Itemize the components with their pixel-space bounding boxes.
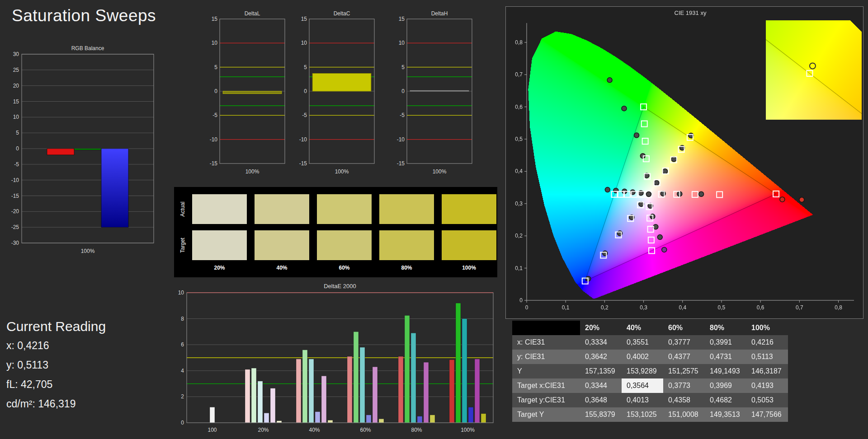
target-swatch-20% <box>192 230 247 260</box>
table-cell[interactable]: 147,7566 <box>746 407 788 422</box>
svg-text:8: 8 <box>181 316 184 322</box>
svg-text:-5: -5 <box>400 112 405 118</box>
svg-text:15: 15 <box>13 98 19 105</box>
table-cell[interactable]: 0,5053 <box>746 393 788 407</box>
bar-white-100 <box>210 407 215 423</box>
bar-red-40% <box>296 359 301 423</box>
table-cell[interactable]: 0,5113 <box>746 350 788 364</box>
cie-1931-diagram: CIE 1931 xy00,10,20,30,40,50,60,70,800,1… <box>505 6 863 319</box>
table-cell[interactable]: 0,3969 <box>705 378 746 393</box>
bar-blue-40% <box>315 412 320 423</box>
chart-title: DeltaC <box>334 10 350 17</box>
swatch-col-label: 60% <box>317 265 372 271</box>
svg-text:0,7: 0,7 <box>515 71 523 78</box>
current-reading: Current Reading x: 0,4216 y: 0,5113 fL: … <box>6 319 106 417</box>
bar-blue-20% <box>264 413 269 423</box>
bar-green-100% <box>456 303 461 423</box>
actual-swatch-60% <box>317 194 372 224</box>
svg-text:100: 100 <box>208 427 217 433</box>
table-cell[interactable]: 0,4377 <box>663 350 705 364</box>
bar-green-40% <box>302 350 307 423</box>
table-cell[interactable]: 0,4682 <box>705 393 746 407</box>
table-cell[interactable]: 0,3564 <box>622 378 663 393</box>
table-cell[interactable]: 0,3773 <box>663 378 705 393</box>
table-cell[interactable]: 0,3551 <box>622 335 663 350</box>
bar <box>312 74 371 91</box>
cie-values-table: 20%40%60%80%100%x: CIE310,33340,35510,37… <box>512 321 788 422</box>
bar-magenta-60% <box>373 367 377 423</box>
svg-text:2: 2 <box>181 393 184 400</box>
svg-text:0,5: 0,5 <box>515 136 523 142</box>
table-cell[interactable]: 157,1359 <box>580 364 622 378</box>
svg-text:60%: 60% <box>360 427 371 433</box>
svg-text:0: 0 <box>16 145 19 152</box>
table-cell[interactable]: 151,0008 <box>663 407 705 422</box>
svg-text:-15: -15 <box>11 193 19 199</box>
bar-cyan-20% <box>258 381 263 423</box>
bar-blue-80% <box>417 416 422 423</box>
svg-text:-15: -15 <box>397 160 405 167</box>
table-cell[interactable]: 146,3187 <box>746 364 788 378</box>
row-label: Y <box>512 364 580 378</box>
table-cell[interactable]: 0,4216 <box>746 335 788 350</box>
bar-blue <box>101 149 128 227</box>
svg-text:4: 4 <box>181 368 184 374</box>
actual-swatch-80% <box>379 194 434 224</box>
table-cell[interactable]: 153,1025 <box>622 407 663 422</box>
target-swatch-40% <box>255 230 309 260</box>
swatch-col-label: 40% <box>255 265 309 271</box>
table-corner-cell <box>512 321 580 335</box>
svg-text:-15: -15 <box>210 160 218 167</box>
table-cell[interactable]: 0,3991 <box>705 335 746 350</box>
table-cell[interactable]: 0,4358 <box>663 393 705 407</box>
swatch-col-label: 20% <box>192 265 247 271</box>
table-row: Target Y155,8379153,1025151,0008149,3513… <box>512 407 788 422</box>
row-label: Target Y <box>512 407 580 422</box>
bar-green-60% <box>354 332 359 423</box>
table-cell[interactable]: 153,9289 <box>622 364 663 378</box>
chart-title: CIE 1931 xy <box>675 9 707 16</box>
svg-text:-15: -15 <box>299 160 307 167</box>
target-point-green <box>641 104 646 110</box>
svg-text:0,5: 0,5 <box>718 304 726 311</box>
table-cell[interactable]: 0,4013 <box>622 393 663 407</box>
table-cell[interactable]: 0,3648 <box>580 393 622 407</box>
table-cell[interactable]: 0,3777 <box>663 335 705 350</box>
table-cell[interactable]: 149,3513 <box>705 407 746 422</box>
bar-blue-100% <box>468 407 473 423</box>
table-cell[interactable]: 151,2575 <box>663 364 705 378</box>
inset-measured-point <box>810 63 816 69</box>
delta-c-chart: DeltaC151050-5-10-15100% <box>294 10 377 185</box>
table-cell[interactable]: 149,1493 <box>705 364 746 378</box>
svg-text:0: 0 <box>181 420 184 426</box>
delta-e-2000-chart: DeltaE 2000024681010020%40%60%80%100% <box>174 282 497 437</box>
table-cell[interactable]: 0,4193 <box>746 378 788 393</box>
table-cell[interactable]: 0,3334 <box>580 335 622 350</box>
svg-text:-5: -5 <box>14 161 19 168</box>
table-cell[interactable]: 0,3344 <box>580 378 622 393</box>
measured-point-yellow <box>671 157 676 162</box>
table-cell[interactable]: 0,4731 <box>705 350 746 364</box>
table-cell[interactable]: 155,8379 <box>580 407 622 422</box>
bar-cyan-60% <box>360 347 365 423</box>
measured-point-magenta <box>662 247 667 252</box>
svg-text:0,3: 0,3 <box>640 304 647 311</box>
chart-title: DeltaE 2000 <box>324 283 356 290</box>
svg-text:0,2: 0,2 <box>601 304 609 311</box>
column-header-20%: 20% <box>580 321 622 335</box>
swatch-col-label: 80% <box>379 265 434 271</box>
table-cell[interactable]: 0,3642 <box>580 350 622 364</box>
target-point-magenta <box>649 248 655 253</box>
target-point-red <box>773 191 779 197</box>
measured-point-yellow <box>663 169 668 174</box>
bar-red-100% <box>449 360 454 423</box>
row-label: x: CIE31 <box>512 335 580 350</box>
bar-cyan-100% <box>462 319 467 423</box>
svg-text:100%: 100% <box>461 427 475 433</box>
bar-cyan-40% <box>309 359 314 423</box>
bar-yellow-40% <box>328 420 333 423</box>
bar <box>410 90 469 91</box>
svg-text:0: 0 <box>519 297 523 304</box>
measured-point-red <box>799 197 804 202</box>
table-cell[interactable]: 0,4002 <box>622 350 663 364</box>
